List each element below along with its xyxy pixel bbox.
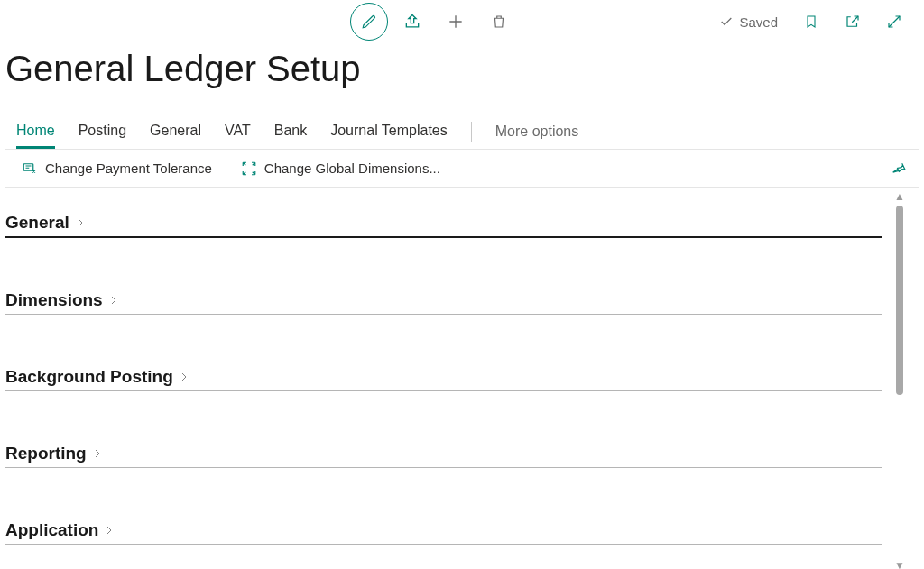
top-toolbar: Saved [0,0,924,43]
pencil-icon [361,14,377,30]
plus-icon [447,13,465,31]
action-label: Change Payment Tolerance [45,161,212,176]
edit-button[interactable] [350,3,388,41]
section-application[interactable]: Application [5,520,882,545]
saved-status: Saved [710,14,787,30]
action-label: Change Global Dimensions... [264,161,440,176]
action-change-payment-tolerance[interactable]: Change Payment Tolerance [22,161,212,177]
content-area: General Dimensions Background Posting Re… [0,188,924,569]
trash-icon [491,13,507,31]
tabs-bar: Home Posting General VAT Bank Journal Te… [5,115,919,150]
bookmark-icon [804,13,818,31]
actions-row: Change Payment Tolerance Change Global D… [5,150,919,188]
tab-posting[interactable]: Posting [79,115,126,149]
expand-button[interactable] [875,3,913,41]
tab-label: Home [16,123,55,139]
pin-icon [891,161,907,177]
tab-vat[interactable]: VAT [225,115,251,149]
bookmark-button[interactable] [792,3,830,41]
section-background-posting[interactable]: Background Posting [5,367,882,391]
check-icon [719,14,734,29]
action-change-global-dimensions[interactable]: Change Global Dimensions... [241,161,440,177]
share-icon [403,13,421,31]
tab-home[interactable]: Home [16,115,55,149]
tab-more-label: More options [495,124,579,139]
page-title: General Ledger Setup [5,49,924,89]
tab-label: Bank [274,123,307,139]
section-general[interactable]: General [5,213,882,238]
section-label: Background Posting [5,367,173,387]
tab-label: Posting [79,123,126,139]
scroll-up-arrow[interactable]: ▲ [894,191,905,202]
pin-button[interactable] [886,156,911,181]
payment-tolerance-icon [22,161,38,177]
tab-more-options[interactable]: More options [495,124,579,140]
section-label: Dimensions [5,290,103,310]
tab-divider [471,122,472,142]
svg-rect-0 [23,163,33,170]
popout-icon [845,14,861,30]
section-dimensions[interactable]: Dimensions [5,290,882,315]
section-reporting[interactable]: Reporting [5,444,882,468]
tab-label: VAT [225,123,251,139]
chevron-right-icon [104,524,115,537]
tab-bank[interactable]: Bank [274,115,307,149]
chevron-right-icon [108,294,119,307]
tab-label: General [150,123,201,139]
chevron-right-icon [179,371,189,383]
scroll-thumb[interactable] [896,206,903,395]
chevron-right-icon [75,216,86,229]
tab-journal-templates[interactable]: Journal Templates [330,115,448,149]
tab-label: Journal Templates [330,123,448,139]
section-label: Application [5,520,98,540]
scrollbar[interactable]: ▲ ▼ [895,191,904,569]
section-label: Reporting [5,444,87,463]
delete-button[interactable] [480,3,518,41]
expand-icon [886,14,902,30]
dimensions-icon [241,161,257,177]
share-button[interactable] [393,3,431,41]
scroll-down-arrow[interactable]: ▼ [894,560,905,569]
section-label: General [5,213,69,233]
chevron-right-icon [92,447,103,460]
popout-button[interactable] [834,3,872,41]
saved-status-label: Saved [739,14,778,30]
new-button[interactable] [437,3,475,41]
tab-general[interactable]: General [150,115,201,149]
